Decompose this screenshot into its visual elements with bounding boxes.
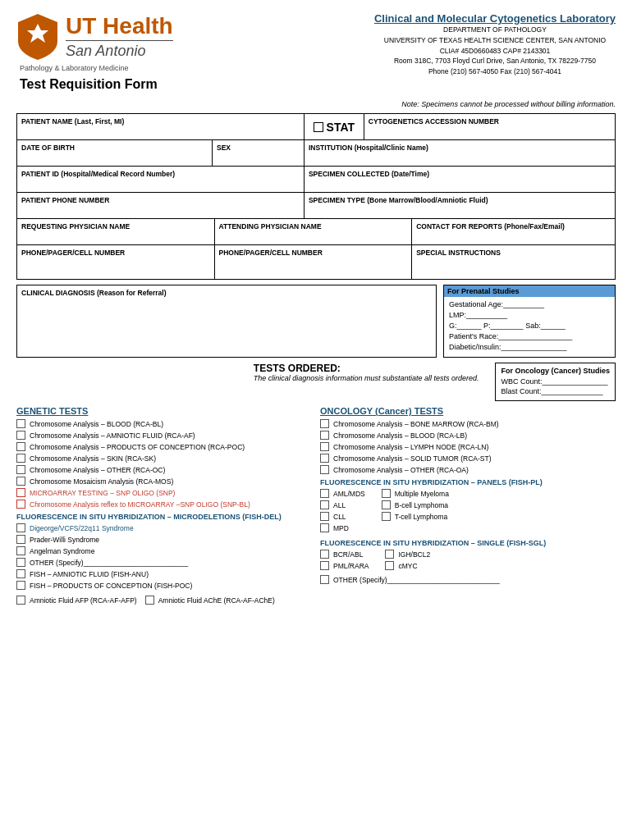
diabetic-insulin[interactable]: Diabetic/Insulin:________________ xyxy=(449,343,610,351)
cb-fish-del-5[interactable] xyxy=(16,581,25,590)
contact-input[interactable] xyxy=(416,231,611,242)
cb-fish-pl-r0[interactable] xyxy=(382,489,391,498)
patient-phone-input[interactable] xyxy=(21,204,300,216)
onc-item-0: Chromosome Analysis – BONE MARROW (RCA-B… xyxy=(320,419,616,428)
requesting-label: REQUESTING PHYSICIAN NAME xyxy=(21,222,130,231)
cb-fish-pl-l3[interactable] xyxy=(320,523,329,532)
specimen-type-cell: SPECIMEN TYPE (Bone Marrow/Blood/Amnioti… xyxy=(304,193,615,219)
fish-pl-left-label-0: AML/MDS xyxy=(333,490,365,498)
requesting-input[interactable] xyxy=(21,231,210,242)
specimen-collected-cell: SPECIMEN COLLECTED (Date/Time) xyxy=(304,167,615,193)
cb-red-1[interactable] xyxy=(16,500,25,509)
fish-del-5: FISH – PRODUCTS OF CONCEPTION (FISH-POC) xyxy=(16,581,312,590)
cb-sgl-other[interactable] xyxy=(320,575,329,584)
fish-sgl-col1: BCR/ABL PML/RARA xyxy=(320,550,369,573)
oncology-header: ONCOLOGY (Cancer) TESTS xyxy=(320,406,616,416)
genetic-item-3: Chromosome Analysis – SKIN (RCA-SK) xyxy=(16,454,312,463)
phone-pager1-input[interactable] xyxy=(21,257,210,268)
requesting-cell: REQUESTING PHYSICIAN NAME xyxy=(17,219,215,245)
header: UT Health San Antonio Pathology & Labora… xyxy=(16,12,616,92)
fish-pl-right-col: Multiple Myeloma B-cell Lymphoma T-cell … xyxy=(382,489,449,535)
onc-item-2: Chromosome Analysis – LYMPH NODE (RCA-LN… xyxy=(320,442,616,451)
phone-pager2-cell: PHONE/PAGER/CELL NUMBER xyxy=(214,245,412,280)
attending-input[interactable] xyxy=(219,231,408,242)
cb-genetic-5[interactable] xyxy=(16,477,25,486)
cb-fish-pl-r1[interactable] xyxy=(382,500,391,509)
fish-sgl-c2-0: IGH/BCL2 xyxy=(385,550,430,559)
accession-input[interactable] xyxy=(369,126,611,137)
fish-sgl-other-label: OTHER (Specify)_________________________… xyxy=(333,576,500,584)
onc-label-2: Chromosome Analysis – LYMPH NODE (RCA-LN… xyxy=(333,443,488,451)
fish-pl-left-col: AML/MDS ALL CLL MPD xyxy=(320,489,365,535)
cb-sgl-c2-1[interactable] xyxy=(385,561,394,570)
g-p-sab-row[interactable]: G:______ P:________ Sab:______ xyxy=(449,322,610,330)
cb-amniotic-2[interactable] xyxy=(145,596,154,605)
cb-onc-2[interactable] xyxy=(320,442,329,451)
note-text: Note: Specimens cannot be processed with… xyxy=(16,100,616,108)
patients-race[interactable]: Patient's Race:__________________ xyxy=(449,332,610,340)
clinical-diagnosis-input[interactable] xyxy=(21,297,432,322)
cancer-studies-row: TESTS ORDERED: The clinical diagnosis in… xyxy=(16,363,616,401)
fish-sgl-other: OTHER (Specify)_________________________… xyxy=(320,575,616,584)
blast-label[interactable]: Blast Count:_______________ xyxy=(501,387,602,395)
cb-sgl-c1-1[interactable] xyxy=(320,561,329,570)
cb-fish-del-1[interactable] xyxy=(16,535,25,544)
fish-sgl-c1-1: PML/RARA xyxy=(320,561,369,570)
cb-fish-pl-r2[interactable] xyxy=(382,512,391,521)
gestational-age[interactable]: Gestational Age:__________ xyxy=(449,300,610,308)
fish-pl-left-2: CLL xyxy=(320,512,365,521)
cb-genetic-2[interactable] xyxy=(16,442,25,451)
cb-genetic-0[interactable] xyxy=(16,419,25,428)
cb-fish-pl-l1[interactable] xyxy=(320,500,329,509)
patient-id-input[interactable] xyxy=(21,178,300,189)
onc-item-1: Chromosome Analysis – BLOOD (RCA-LB) xyxy=(320,431,616,440)
clinical-diagnosis-section: CLINICAL DIAGNOSIS (Reason for Referral)… xyxy=(16,285,616,358)
cancer-studies-box: For Oncology (Cancer) Studies WBC Count:… xyxy=(495,363,616,401)
fish-del-label-3: OTHER (Specify)_________________________… xyxy=(30,559,188,567)
genetic-red-item-0: MICROARRAY TESTING – SNP OLIGO (SNP) xyxy=(16,488,312,497)
cb-fish-del-0[interactable] xyxy=(16,523,25,532)
cb-sgl-c1-0[interactable] xyxy=(320,550,329,559)
lab-title: Clinical and Molecular Cytogenetics Labo… xyxy=(374,12,616,25)
specimen-collected-input[interactable] xyxy=(309,178,611,189)
patient-name-input[interactable] xyxy=(21,126,300,137)
cb-fish-del-4[interactable] xyxy=(16,569,25,578)
special-input[interactable] xyxy=(416,257,611,276)
cancer-studies-title: For Oncology (Cancer) Studies xyxy=(501,367,610,375)
fish-del-label-2: Angelman Syndrome xyxy=(30,547,94,555)
sab-label: Sab:______ xyxy=(525,322,566,330)
fish-pl-grid: AML/MDS ALL CLL MPD xyxy=(320,489,616,535)
sex-input[interactable] xyxy=(217,152,300,163)
cb-onc-1[interactable] xyxy=(320,431,329,440)
cb-red-0[interactable] xyxy=(16,488,25,497)
cb-amniotic-1[interactable] xyxy=(16,596,25,605)
cb-sgl-c2-0[interactable] xyxy=(385,550,394,559)
dept-line3: CLIA# 45D0660483 CAP# 2143301 xyxy=(374,46,616,57)
cb-fish-del-2[interactable] xyxy=(16,546,25,555)
p-label: P:________ xyxy=(483,322,524,330)
stat-checkbox[interactable] xyxy=(314,122,323,132)
cb-genetic-3[interactable] xyxy=(16,454,25,463)
physician-table: REQUESTING PHYSICIAN NAME ATTENDING PHYS… xyxy=(16,218,616,280)
wbc-label[interactable]: WBC Count:________________ xyxy=(501,377,607,386)
dob-label: DATE OF BIRTH xyxy=(21,144,75,152)
genetic-label-3: Chromosome Analysis – SKIN (RCA-SK) xyxy=(30,454,156,463)
dob-input[interactable] xyxy=(21,152,208,163)
cb-onc-0[interactable] xyxy=(320,419,329,428)
lmp-field[interactable]: LMP:__________ xyxy=(449,311,610,319)
cb-fish-del-3[interactable] xyxy=(16,558,25,567)
cb-fish-pl-l0[interactable] xyxy=(320,489,329,498)
cb-onc-4[interactable] xyxy=(320,465,329,474)
fish-sgl-c2-label-0: IGH/BCL2 xyxy=(398,550,430,559)
cb-fish-pl-l2[interactable] xyxy=(320,512,329,521)
specimen-type-label: SPECIMEN TYPE (Bone Marrow/Blood/Amnioti… xyxy=(309,196,488,204)
cb-genetic-1[interactable] xyxy=(16,431,25,440)
onc-item-3: Chromosome Analysis – SOLID TUMOR (RCA-S… xyxy=(320,454,616,463)
institution-input[interactable] xyxy=(309,152,611,163)
phone-pager2-input[interactable] xyxy=(219,257,408,268)
cb-genetic-4[interactable] xyxy=(16,465,25,474)
patient-name-cell: PATIENT NAME (Last, First, MI) xyxy=(17,114,305,140)
cb-onc-3[interactable] xyxy=(320,454,329,463)
specimen-type-input[interactable] xyxy=(309,204,611,216)
blast-row: Blast Count:_______________ xyxy=(501,387,610,395)
